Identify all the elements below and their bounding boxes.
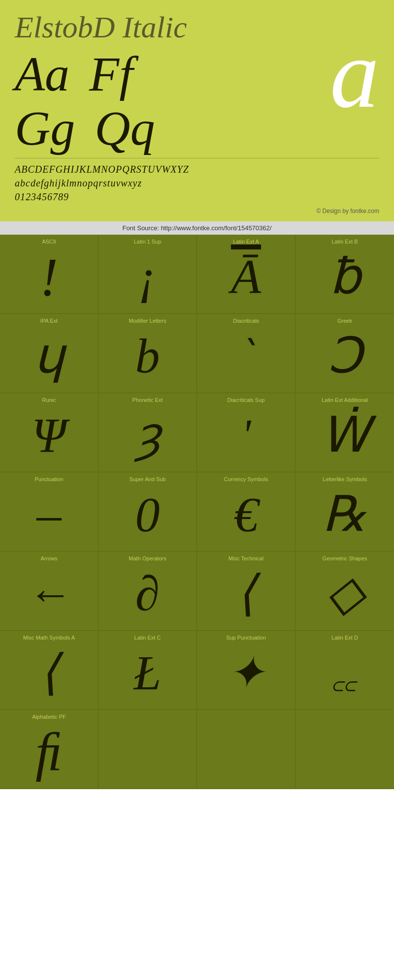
sample-chars: Aa Ff a bbox=[15, 50, 379, 99]
cell-glyph-latinexta: Ā bbox=[231, 246, 261, 307]
grid-cell-currency: Currency Symbols € bbox=[197, 472, 296, 551]
cell-glyph-geoshapes: ◇ bbox=[326, 563, 364, 624]
cell-glyph-latinextb: ƀ bbox=[329, 246, 361, 307]
char-pair-qq: Qq bbox=[95, 104, 155, 153]
sample-chars-2: Gg Qq bbox=[15, 104, 379, 153]
grid-cell-miscmathA: Misc Math Symbols A ⟨ bbox=[0, 631, 98, 709]
cell-label-latinextc: Latin Ext C bbox=[103, 635, 192, 641]
cell-glyph-mathops: ∂ bbox=[135, 563, 160, 624]
cell-glyph-diacriticals: ˋ bbox=[236, 326, 256, 387]
header-section: ElstobD Italic Aa Ff a Gg Qq ABCDEFGHIJK… bbox=[0, 0, 394, 221]
cell-label-runic: Runic bbox=[5, 397, 93, 403]
grid-cell-empty-3 bbox=[296, 710, 394, 789]
grid-cell-alphabeticpf: Alphabetic PF ﬁ bbox=[0, 710, 98, 789]
font-title: ElstobD Italic bbox=[15, 10, 379, 45]
cell-glyph-ipaext: ɥ bbox=[33, 326, 65, 387]
cell-glyph-runic: Ψ bbox=[32, 405, 66, 466]
grid-cell-letterlike: Letterlike Symbols ℞ bbox=[296, 472, 394, 551]
cell-label-phoneticext: Phonetic Ext bbox=[103, 397, 192, 403]
digits: 0123456789 bbox=[15, 190, 379, 204]
alphabet-section: ABCDEFGHIJKLMNOPQRSTUVWXYZ abcdefghijklm… bbox=[15, 158, 379, 206]
cell-glyph-diacriticalssup: ' bbox=[241, 405, 251, 466]
grid-cell-ipaext: IPA Ext ɥ bbox=[0, 314, 98, 393]
cell-label-diacriticals: Diacriticals bbox=[202, 318, 290, 324]
cell-glyph-letterlike: ℞ bbox=[323, 484, 367, 545]
grid-row-3: Runic Ψ Phonetic Ext ȝ Diacriticals Sup … bbox=[0, 393, 394, 472]
cell-glyph-latinextadd: Ẇ bbox=[321, 405, 369, 466]
cell-glyph-ascii: ! bbox=[40, 246, 58, 307]
cell-label-latinextb: Latin Ext B bbox=[300, 239, 389, 245]
cell-glyph-modletters: b bbox=[135, 326, 160, 387]
glyph-grid: ASCII ! Latin 1 Sup ¡ Latin Ext A Ā Lati… bbox=[0, 235, 394, 789]
grid-cell-arrows: Arrows ← bbox=[0, 551, 98, 630]
grid-row-2: IPA Ext ɥ Modifier Letters b Diacritical… bbox=[0, 314, 394, 393]
cell-label-latinextadd: Latin Ext Additional bbox=[300, 397, 389, 403]
grid-cell-superandsub: Super And Sub 0 bbox=[98, 472, 197, 551]
cell-glyph-latinextc: Ł bbox=[134, 643, 162, 704]
cell-label-latinexta: Latin Ext A bbox=[202, 239, 290, 245]
char-pair-ff: Ff bbox=[89, 50, 133, 99]
grid-cell-misctech: Misc Technical ⟨ bbox=[197, 551, 296, 630]
cell-glyph-latin1sup: ¡ bbox=[138, 246, 157, 307]
cell-glyph-superandsub: 0 bbox=[135, 484, 160, 545]
grid-row-4: Punctuation – Super And Sub 0 Currency S… bbox=[0, 472, 394, 551]
cell-label-alphabeticpf: Alphabetic PF bbox=[5, 714, 93, 720]
cell-glyph-miscmathA: ⟨ bbox=[39, 643, 59, 704]
grid-cell-greek: Greek Ͻ bbox=[296, 314, 394, 393]
cell-glyph-phoneticext: ȝ bbox=[135, 405, 161, 466]
cell-label-geoshapes: Geometric Shapes bbox=[300, 555, 389, 561]
grid-cell-latinextadd: Latin Ext Additional Ẇ bbox=[296, 393, 394, 472]
grid-cell-latinexta: Latin Ext A Ā bbox=[197, 235, 296, 313]
grid-cell-runic: Runic Ψ bbox=[0, 393, 98, 472]
grid-cell-ascii: ASCII ! bbox=[0, 235, 98, 313]
cell-label-latin1sup: Latin 1 Sup bbox=[103, 239, 192, 245]
cell-glyph-alphabeticpf: ﬁ bbox=[35, 722, 63, 783]
cell-label-misctech: Misc Technical bbox=[202, 555, 290, 561]
grid-cell-latinextb: Latin Ext B ƀ bbox=[296, 235, 394, 313]
cell-label-diacriticalssup: Diacriticals Sup bbox=[202, 397, 290, 403]
grid-row-5: Arrows ← Math Operators ∂ Misc Technical… bbox=[0, 551, 394, 631]
cell-glyph-arrows: ← bbox=[27, 563, 71, 624]
cell-label-suppunct: Sup Punctuation bbox=[202, 635, 290, 641]
cell-glyph-latinextd: ꜀꜀ bbox=[332, 643, 357, 704]
grid-cell-mathops: Math Operators ∂ bbox=[98, 551, 197, 630]
cell-glyph-punctuation: – bbox=[37, 484, 62, 545]
cell-label-currency: Currency Symbols bbox=[202, 476, 290, 482]
cell-label-latinextd: Latin Ext D bbox=[300, 635, 389, 641]
cell-glyph-currency: € bbox=[234, 484, 259, 545]
grid-cell-empty-1 bbox=[98, 710, 197, 789]
alphabet-upper: ABCDEFGHIJKLMNOPQRSTUVWXYZ bbox=[15, 162, 379, 176]
cell-glyph-misctech: ⟨ bbox=[236, 563, 256, 624]
char-large-a: a bbox=[330, 30, 379, 118]
grid-row-6: Misc Math Symbols A ⟨ Latin Ext C Ł Sup … bbox=[0, 631, 394, 710]
grid-cell-diacriticals: Diacriticals ˋ bbox=[197, 314, 296, 393]
char-pair-gg: Gg bbox=[15, 104, 75, 153]
grid-cell-modletters: Modifier Letters b bbox=[98, 314, 197, 393]
cell-label-ascii: ASCII bbox=[5, 239, 93, 245]
copyright: © Design by fontke.com bbox=[15, 206, 379, 216]
char-pair-aa: Aa bbox=[15, 50, 69, 99]
cell-label-greek: Greek bbox=[300, 318, 389, 324]
grid-cell-phoneticext: Phonetic Ext ȝ bbox=[98, 393, 197, 472]
grid-cell-latinextc: Latin Ext C Ł bbox=[98, 631, 197, 709]
cell-label-letterlike: Letterlike Symbols bbox=[300, 476, 389, 482]
cell-label-modletters: Modifier Letters bbox=[103, 318, 192, 324]
grid-cell-diacriticalssup: Diacriticals Sup ' bbox=[197, 393, 296, 472]
cell-label-arrows: Arrows bbox=[5, 555, 93, 561]
cell-label-miscmathA: Misc Math Symbols A bbox=[5, 635, 93, 641]
grid-cell-punctuation: Punctuation – bbox=[0, 472, 98, 551]
cell-label-superandsub: Super And Sub bbox=[103, 476, 192, 482]
info-bar: Font Source: http://www.fontke.com/font/… bbox=[0, 221, 394, 235]
grid-cell-latinextd: Latin Ext D ꜀꜀ bbox=[296, 631, 394, 709]
cell-glyph-suppunct: ✦ bbox=[228, 643, 264, 704]
grid-row-7: Alphabetic PF ﬁ bbox=[0, 710, 394, 789]
cell-label-punctuation: Punctuation bbox=[5, 476, 93, 482]
grid-row-1: ASCII ! Latin 1 Sup ¡ Latin Ext A Ā Lati… bbox=[0, 235, 394, 314]
cell-label-mathops: Math Operators bbox=[103, 555, 192, 561]
grid-cell-latin1sup: Latin 1 Sup ¡ bbox=[98, 235, 197, 313]
grid-cell-empty-2 bbox=[197, 710, 296, 789]
alphabet-lower: abcdefghijklmnopqrstuvwxyz bbox=[15, 176, 379, 190]
grid-cell-geoshapes: Geometric Shapes ◇ bbox=[296, 551, 394, 630]
cell-label-ipaext: IPA Ext bbox=[5, 318, 93, 324]
grid-cell-suppunct: Sup Punctuation ✦ bbox=[197, 631, 296, 709]
